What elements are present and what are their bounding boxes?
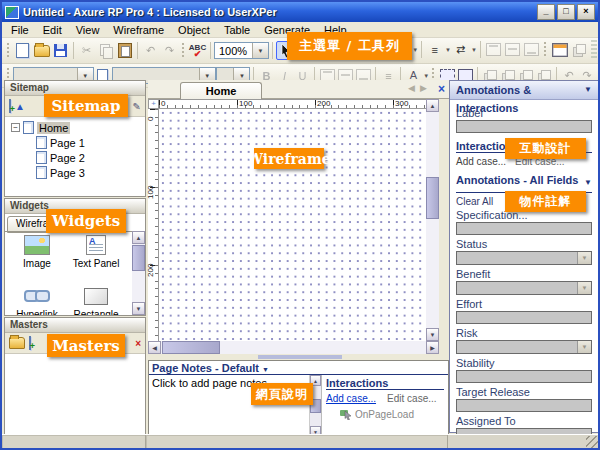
maximize-button[interactable]: □ — [557, 4, 575, 20]
align-bottom-button[interactable] — [522, 40, 541, 59]
prev-tab-icon[interactable]: ◀ — [408, 83, 415, 93]
menu-object[interactable]: Object — [171, 23, 217, 37]
chevron-down-icon[interactable]: ▼ — [412, 47, 418, 53]
save-disk-icon — [54, 44, 67, 57]
tree-item-label: Home — [37, 122, 70, 134]
close-button[interactable]: × — [577, 4, 595, 20]
add-case-link[interactable]: Add case... — [456, 156, 506, 167]
widget-list: Image Text Panel Hyperlink Rectangle — [9, 234, 127, 315]
specification-input[interactable] — [456, 222, 592, 235]
open-button[interactable] — [32, 41, 51, 60]
page-notes-placeholder: Click to add page notes — [152, 377, 267, 389]
collapse-icon[interactable]: − — [11, 123, 20, 132]
copy-icon — [100, 44, 112, 57]
menu-view[interactable]: View — [69, 23, 107, 37]
menu-file[interactable]: File — [4, 23, 36, 37]
chevron-down-icon[interactable]: ▼ — [252, 43, 268, 58]
add-page-button[interactable]: + — [9, 100, 11, 112]
clear-all-link[interactable]: Clear All — [456, 196, 493, 207]
scroll-left-icon[interactable]: ◀ — [148, 341, 161, 354]
chevron-down-icon[interactable]: ▼ — [584, 174, 592, 192]
tree-item-home[interactable]: − Home — [11, 120, 145, 135]
scroll-up-icon[interactable]: ▲ — [426, 99, 439, 112]
widget-text-panel[interactable]: Text Panel — [68, 234, 124, 269]
edit-case-link[interactable]: Edit case... — [387, 393, 436, 404]
scrollbar-thumb[interactable] — [132, 245, 145, 271]
inspector-header[interactable]: Annotations & Interactions ▼ — [450, 81, 598, 100]
scroll-down-icon[interactable]: ▼ — [132, 302, 145, 315]
align-top-button[interactable] — [484, 40, 503, 59]
scroll-right-icon[interactable]: ▶ — [426, 341, 439, 354]
edit-page-button[interactable]: ✎ — [133, 101, 141, 112]
label-field-label: Label — [456, 107, 592, 119]
risk-select[interactable]: ▼ — [456, 340, 592, 354]
chevron-down-icon[interactable]: ▼ — [471, 47, 477, 53]
undo-button[interactable]: ↶ — [141, 41, 160, 60]
menu-edit[interactable]: Edit — [36, 23, 69, 37]
copy-button[interactable] — [96, 41, 115, 60]
line-style-button[interactable]: ≡ — [425, 40, 444, 59]
target-release-input[interactable] — [456, 399, 592, 412]
tab-home[interactable]: Home — [180, 82, 262, 100]
next-tab-icon[interactable]: ▶ — [420, 83, 427, 93]
resize-grip[interactable] — [586, 436, 598, 448]
chevron-down-icon[interactable]: ▼ — [262, 366, 269, 373]
page-icon — [23, 121, 34, 134]
open-master-button[interactable] — [9, 337, 25, 349]
page-icon — [36, 166, 47, 179]
toolbar-grip[interactable] — [181, 43, 186, 59]
canvas-vertical-scrollbar[interactable]: ▲ ▼ — [426, 99, 439, 341]
zoom-combobox[interactable]: 100% ▼ — [214, 42, 269, 59]
align-middle-button[interactable] — [503, 40, 522, 59]
widget-rectangle[interactable]: Rectangle — [68, 285, 124, 315]
onpageload-event[interactable]: OnPageLoad — [340, 408, 444, 420]
scrollbar-thumb[interactable] — [162, 341, 220, 354]
scroll-up-icon[interactable]: ▲ — [132, 231, 145, 244]
effort-input[interactable] — [456, 311, 592, 324]
canvas-horizontal-scrollbar[interactable]: ◀ ▶ — [148, 341, 439, 354]
widget-hyperlink[interactable]: Hyperlink — [9, 285, 65, 315]
insert-table-button[interactable] — [550, 40, 569, 59]
add-master-button[interactable]: + — [29, 337, 31, 349]
redo-button[interactable]: ↷ — [160, 41, 179, 60]
menu-wireframe[interactable]: Wireframe — [106, 23, 171, 37]
field-label-assigned-to: Assigned To — [456, 415, 592, 427]
chevron-down-icon[interactable]: ▼ — [584, 81, 592, 99]
spellcheck-button[interactable]: ABC✔ — [188, 41, 207, 60]
toolbar-grip[interactable] — [543, 42, 548, 58]
chevron-down-icon[interactable]: ▼ — [423, 73, 429, 79]
move-up-button[interactable]: ▲ — [15, 101, 25, 112]
stability-input[interactable] — [456, 370, 592, 383]
menu-table[interactable]: Table — [217, 23, 257, 37]
save-button[interactable] — [51, 41, 70, 60]
close-tab-icon[interactable]: × — [438, 82, 445, 96]
toolbar-grip[interactable] — [6, 43, 11, 59]
scrollbar-thumb[interactable] — [426, 177, 439, 219]
delete-master-button[interactable]: × — [135, 338, 141, 349]
tree-item-page1[interactable]: Page 1 — [11, 135, 145, 150]
tree-item-page2[interactable]: Page 2 — [11, 150, 145, 165]
insert-row-icon — [573, 44, 585, 56]
widgets-scrollbar[interactable]: ▲ ▼ — [132, 231, 145, 315]
benefit-select[interactable]: ▼ — [456, 281, 592, 295]
new-button[interactable] — [13, 41, 32, 60]
status-select[interactable]: ▼ — [456, 251, 592, 265]
line-style-icon: ≡ — [431, 44, 437, 56]
ruler-tick-label: 100 — [239, 99, 252, 108]
wireframe-canvas[interactable] — [159, 109, 426, 341]
label-input[interactable] — [456, 120, 592, 133]
scroll-down-icon[interactable]: ▼ — [426, 328, 439, 341]
paste-button[interactable] — [115, 41, 134, 60]
tree-item-page3[interactable]: Page 3 — [11, 165, 145, 180]
toolbar-overflow-button[interactable] — [591, 40, 597, 58]
insert-row-button[interactable] — [569, 40, 588, 59]
open-folder-icon — [34, 45, 50, 57]
minimize-button[interactable]: _ — [537, 4, 555, 20]
masters-list[interactable] — [5, 354, 145, 437]
widget-image[interactable]: Image — [9, 234, 65, 269]
arrow-style-button[interactable]: ⇄ — [451, 40, 470, 59]
page-notes-header[interactable]: Page Notes - Default ▼ — [149, 361, 448, 375]
cut-button[interactable]: ✂ — [77, 41, 96, 60]
tree-item-label: Page 2 — [50, 152, 85, 164]
add-case-link[interactable]: Add case... — [326, 393, 376, 404]
